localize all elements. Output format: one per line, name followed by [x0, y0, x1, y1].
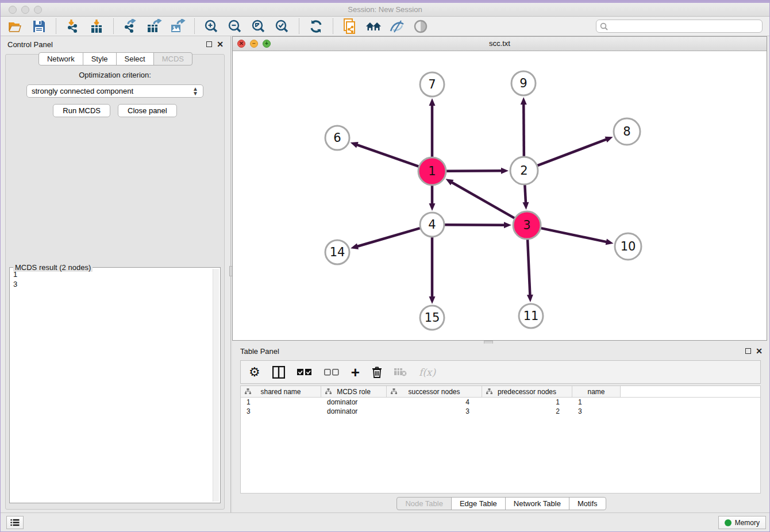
- network-window-titlebar[interactable]: ✕ − + scc.txt: [233, 37, 767, 51]
- select-all-icon[interactable]: [297, 365, 312, 380]
- graph-edge-arrow: [504, 222, 511, 228]
- table-cell[interactable]: 1: [572, 398, 621, 406]
- refresh-icon[interactable]: [308, 18, 324, 34]
- graph-edge-2-8[interactable]: [537, 139, 607, 165]
- column-header-successor-nodes[interactable]: successor nodes: [387, 386, 482, 397]
- graph-edge-2-3[interactable]: [525, 185, 526, 203]
- table-cell[interactable]: 1: [241, 398, 321, 406]
- graph-node-label: 7: [428, 78, 436, 91]
- column-header-shared-name[interactable]: shared name: [241, 386, 321, 397]
- column-header-name[interactable]: name: [572, 386, 621, 397]
- delete-column-icon[interactable]: [372, 365, 382, 380]
- export-table-icon[interactable]: [146, 18, 162, 34]
- zoom-out-icon[interactable]: [227, 18, 243, 34]
- console-button[interactable]: [6, 516, 24, 529]
- memory-button[interactable]: Memory: [718, 516, 766, 529]
- graph-node-label: 4: [428, 218, 436, 232]
- graph-edge-4-14[interactable]: [357, 228, 420, 246]
- export-network-icon[interactable]: [122, 18, 138, 34]
- tab-network-table[interactable]: Network Table: [505, 497, 569, 510]
- tab-network[interactable]: Network: [38, 52, 83, 65]
- table-cell[interactable]: 2: [482, 407, 572, 415]
- tab-edge-table[interactable]: Edge Table: [451, 497, 506, 510]
- network-canvas[interactable]: 7968124314101511: [233, 51, 767, 340]
- export-image-icon[interactable]: [170, 18, 186, 34]
- graph-edge-arrow: [429, 203, 436, 211]
- import-network-icon[interactable]: [65, 18, 81, 34]
- graph-node-label: 9: [519, 76, 527, 90]
- tab-select[interactable]: Select: [116, 52, 154, 65]
- search-icon: [600, 22, 608, 30]
- graph-edge-1-2[interactable]: [446, 171, 502, 171]
- deselect-all-icon[interactable]: [324, 365, 339, 380]
- show-graphics-icon[interactable]: [413, 18, 429, 34]
- search-input[interactable]: [610, 22, 759, 30]
- table-cell[interactable]: 3: [387, 407, 482, 415]
- zoom-selected-icon[interactable]: [274, 18, 290, 34]
- graph-edge-arrow: [429, 98, 436, 106]
- result-scrollbar[interactable]: [213, 269, 219, 502]
- hide-graphics-icon[interactable]: [389, 18, 405, 34]
- table-tabs: Node TableEdge TableNetwork TableMotifs: [232, 497, 770, 510]
- graph-edge-3-1[interactable]: [451, 182, 514, 218]
- graph-edge-2-9[interactable]: [523, 103, 524, 156]
- zoom-fit-icon[interactable]: [251, 18, 267, 34]
- gear-icon[interactable]: ⚙: [249, 365, 260, 380]
- graph-node-label: 10: [621, 240, 636, 253]
- function-builder-icon[interactable]: f(x): [419, 365, 436, 380]
- table-cell[interactable]: 4: [387, 398, 482, 406]
- graph-edge-3-10[interactable]: [541, 228, 607, 242]
- graph-edge-arrow: [605, 137, 613, 142]
- open-session-icon[interactable]: [7, 18, 24, 34]
- import-table-icon[interactable]: [88, 18, 105, 34]
- tab-style[interactable]: Style: [83, 52, 117, 65]
- mcds-result-box: MCDS result (2 nodes) 1 3: [9, 267, 221, 503]
- close-panel-button[interactable]: Close panel: [118, 104, 177, 117]
- table-cell[interactable]: dominator: [321, 398, 387, 406]
- tab-motifs[interactable]: Motifs: [569, 497, 606, 510]
- add-column-icon[interactable]: +: [351, 365, 360, 380]
- optimization-criterion-value: strongly connected component: [32, 87, 133, 95]
- memory-label: Memory: [735, 519, 760, 527]
- session-title: Session: New Session: [1, 5, 769, 14]
- columns-icon[interactable]: [272, 365, 285, 380]
- graph-node-label: 11: [523, 309, 539, 323]
- graph-edge-3-11[interactable]: [528, 240, 530, 296]
- float-panel-icon[interactable]: [206, 41, 212, 47]
- graph-edge-arrow: [527, 295, 533, 302]
- mcds-result-text: 1 3: [13, 269, 212, 501]
- title-bar[interactable]: Session: New Session: [1, 3, 769, 17]
- optimization-criterion-select[interactable]: strongly connected component ▲▼: [26, 84, 203, 98]
- tab-mcds[interactable]: MCDS: [153, 52, 192, 65]
- table-cell[interactable]: 3: [572, 407, 621, 415]
- tab-node-table[interactable]: Node Table: [396, 497, 452, 510]
- list-icon: [10, 519, 20, 526]
- table-cell[interactable]: dominator: [321, 407, 387, 415]
- table-cell[interactable]: 3: [241, 407, 321, 415]
- graph-node-label: 2: [520, 164, 528, 178]
- toolbar-separator: [333, 18, 333, 34]
- run-mcds-button[interactable]: Run MCDS: [53, 104, 110, 117]
- delete-table-icon[interactable]: [394, 365, 407, 380]
- network-title: scc.txt: [233, 39, 767, 48]
- column-header-predecessor-nodes[interactable]: predecessor nodes: [482, 386, 572, 397]
- memory-status-icon: [725, 519, 732, 526]
- application-window: Session: New Session: [0, 0, 770, 532]
- graph-edge-arrow: [351, 142, 359, 148]
- clone-network-icon[interactable]: [342, 18, 358, 34]
- graph-node-label: 6: [333, 131, 341, 145]
- close-table-panel-icon[interactable]: ✕: [756, 348, 763, 354]
- close-panel-icon[interactable]: ✕: [217, 41, 224, 47]
- table-cell[interactable]: 1: [482, 398, 572, 406]
- float-table-panel-icon[interactable]: [745, 348, 751, 354]
- graph-edge-1-6[interactable]: [356, 145, 418, 167]
- graph-edge-arrow: [522, 202, 529, 210]
- save-session-icon[interactable]: [31, 18, 47, 34]
- column-header-MCDS-role[interactable]: MCDS role: [321, 386, 387, 397]
- network-graph[interactable]: 7968124314101511: [233, 51, 767, 340]
- table-row[interactable]: 1dominator411: [241, 398, 760, 407]
- zoom-in-icon[interactable]: [203, 18, 220, 34]
- graph-edge-4-3[interactable]: [445, 225, 505, 225]
- table-row[interactable]: 3dominator323: [241, 407, 760, 416]
- network-overview-icon[interactable]: [365, 18, 382, 34]
